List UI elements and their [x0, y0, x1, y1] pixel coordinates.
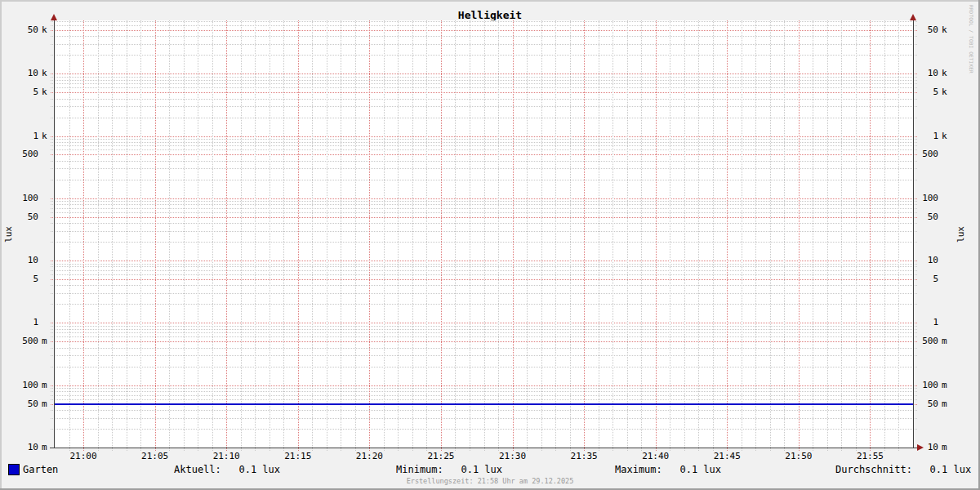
x-axis-tick-label: 21:30: [499, 452, 526, 461]
y-axis-tick-label: 50m: [906, 399, 951, 409]
plot-area: [55, 20, 913, 448]
y-axis-tick-label: 5k: [906, 87, 951, 97]
y-axis-unit-label-right: lux: [956, 218, 966, 251]
series-line-garten: [55, 403, 913, 405]
y-axis-tick-label: 100m: [906, 381, 951, 390]
gridline-major-vertical: [799, 20, 800, 451]
gridline-major-vertical: [727, 20, 728, 451]
y-axis-tick-label: 10k: [906, 69, 951, 78]
gridline-minor-vertical: [770, 20, 771, 451]
gridline-minor-vertical: [755, 20, 756, 451]
gridline-minor-vertical: [599, 20, 599, 451]
gridline-minor-vertical: [784, 20, 785, 451]
gridline-minor-vertical: [98, 20, 99, 451]
stat-durchschnitt: Durchschnitt: 0.1 lux: [835, 464, 971, 475]
y-axis-tick-label: 50k: [6, 25, 51, 35]
gridline-minor-vertical: [498, 20, 499, 451]
gridline-minor-vertical: [355, 20, 356, 451]
gridline-minor-vertical: [884, 20, 885, 451]
y-axis-tick-label: 50k: [906, 25, 951, 35]
y-axis-tick-label: 100m: [6, 381, 51, 390]
gridline-minor-vertical: [713, 20, 714, 451]
gridline-minor-vertical: [255, 20, 256, 451]
gridline-minor-vertical: [470, 20, 470, 451]
y-axis-tick-label: 100: [6, 194, 51, 203]
stat-minimum: Minimum: 0.1 lux: [396, 464, 502, 475]
y-axis-tick-label: 5: [6, 274, 51, 284]
x-axis-tick-label: 21:45: [714, 452, 741, 461]
gridline-major-vertical: [83, 20, 84, 451]
x-axis-tick-label: 21:00: [69, 452, 96, 461]
y-axis-tick-label: 500: [6, 149, 51, 159]
gridline-minor-vertical: [140, 20, 141, 451]
gridline-minor-vertical: [841, 20, 842, 451]
x-axis: [50, 448, 917, 448]
x-axis-tick-label: 21:10: [213, 452, 240, 461]
x-axis-tick-label: 21:25: [427, 452, 454, 461]
gridline-minor-vertical: [570, 20, 571, 451]
x-axis-tick-label: 21:15: [284, 452, 311, 461]
y-axis-unit-label-left: lux: [4, 218, 14, 251]
gridline-minor-vertical: [555, 20, 556, 451]
border-top: [0, 0, 980, 2]
y-axis-tick-label: 1: [906, 318, 951, 327]
x-axis-tick-label: 21:35: [571, 452, 598, 461]
chart-title: Helligkeit: [0, 9, 980, 21]
gridline-major-vertical: [298, 20, 299, 451]
stat-maximum: Maximum: 0.1 lux: [615, 464, 721, 475]
y-axis-tick-label: 500: [906, 149, 951, 159]
y-axis-tick-label: 10k: [6, 69, 51, 78]
gridline-minor-vertical: [184, 20, 185, 451]
x-axis-tick-label: 21:55: [857, 452, 884, 461]
y-axis-tick-label: 5k: [6, 87, 51, 97]
gridline-minor-vertical: [856, 20, 857, 451]
gridline-minor-vertical: [283, 20, 284, 451]
gridline-minor-vertical: [384, 20, 385, 451]
y-axis-tick-label: 10m: [906, 443, 951, 452]
gridline-minor-vertical: [127, 20, 127, 451]
y-axis-tick-label: 50: [906, 212, 951, 222]
y-axis-tick-label: 10: [6, 256, 51, 265]
gridline-minor-vertical: [398, 20, 399, 451]
gridline-minor-vertical: [527, 20, 528, 451]
gridline-major-vertical: [226, 20, 227, 451]
gridline-minor-vertical: [612, 20, 613, 451]
gridline-minor-vertical: [641, 20, 642, 451]
y-axis-tick-label: 1k: [906, 131, 951, 141]
legend-color-swatch: [8, 464, 20, 475]
gridline-minor-vertical: [198, 20, 198, 451]
legend-series-label: Garten: [23, 464, 58, 475]
gridline-major-vertical: [584, 20, 585, 451]
x-axis-tick-label: 21:40: [642, 452, 669, 461]
y-axis-tick-label: 100: [906, 194, 951, 203]
gridline-major-vertical: [513, 20, 514, 451]
creation-time-footer: Erstellungszeit: 21:58 Uhr am 29.12.2025: [0, 477, 980, 485]
gridline-major-vertical: [369, 20, 370, 451]
gridline-minor-vertical: [212, 20, 213, 451]
rrdtool-graph: Helligkeit 50k10k5k1k500100501051500m100…: [0, 0, 980, 490]
gridline-minor-vertical: [312, 20, 313, 451]
gridline-major-vertical: [155, 20, 156, 451]
gridline-minor-vertical: [341, 20, 341, 451]
gridline-minor-vertical: [455, 20, 456, 451]
border-left: [0, 0, 2, 490]
gridline-major-vertical: [441, 20, 442, 451]
x-axis-tick-label: 21:05: [141, 452, 168, 461]
y-axis-tick-label: 10m: [6, 443, 51, 452]
x-axis-tick-label: 21:20: [356, 452, 383, 461]
gridline-minor-vertical: [241, 20, 242, 451]
y-axis-left: [54, 20, 55, 448]
gridline-minor-vertical: [698, 20, 699, 451]
gridline-minor-vertical: [270, 20, 270, 451]
gridline-minor-vertical: [412, 20, 413, 451]
gridline-minor-vertical: [813, 20, 813, 451]
gridline-minor-vertical: [69, 20, 70, 451]
gridline-minor-vertical: [898, 20, 899, 451]
gridline-major-vertical: [870, 20, 871, 451]
gridline-minor-vertical: [627, 20, 628, 451]
y-axis-left-arrow-icon: [51, 14, 57, 20]
rrdtool-watermark: RRDTOOL / TOBI OETIKER: [969, 5, 974, 74]
y-axis-tick-label: 1k: [6, 131, 51, 141]
gridline-minor-vertical: [827, 20, 828, 451]
y-axis-tick-label: 50m: [6, 399, 51, 409]
